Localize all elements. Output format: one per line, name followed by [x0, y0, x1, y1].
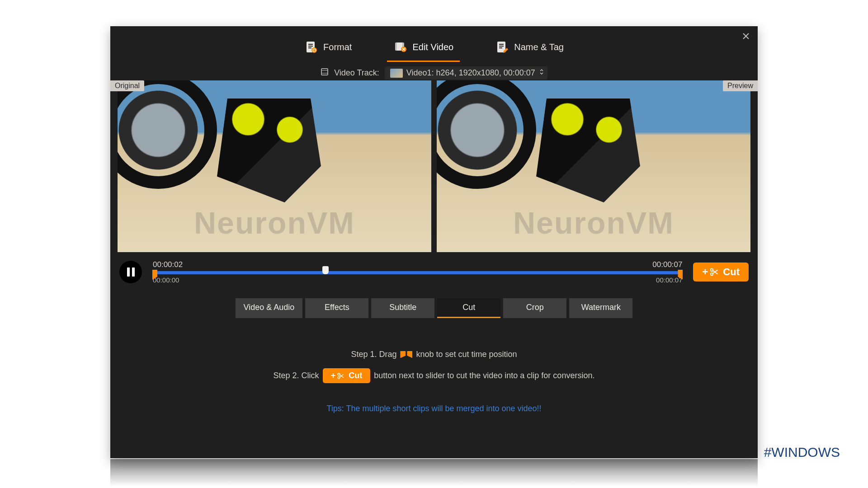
range-start-label: 00:00:00 — [153, 276, 179, 284]
cut-button-inline: + Cut — [323, 368, 371, 383]
video-track-bar: Video Track: Video1: h264, 1920x1080, 00… — [110, 66, 758, 80]
watermark-text: NeuronVM — [194, 205, 355, 240]
video-track-select[interactable]: Video1: h264, 1920x1080, 00:00:07 — [385, 66, 547, 80]
subtab-subtitle[interactable]: Subtitle — [371, 298, 434, 318]
cut-button-inline-label: Cut — [349, 371, 362, 380]
tab-format-label: Format — [323, 42, 352, 52]
filmstrip-icon — [321, 68, 329, 78]
tab-edit-video[interactable]: Edit Video — [387, 35, 460, 62]
track-thumbnail — [390, 69, 403, 78]
timeline-track[interactable] — [153, 271, 682, 274]
timeline[interactable]: 00:00:02 00:00:07 00:00:00 00:00:07 — [150, 260, 685, 284]
timeline-total: 00:00:07 — [652, 260, 682, 269]
edit-video-icon — [393, 40, 408, 54]
video-track-label: Video Track: — [334, 68, 379, 78]
window-reflection — [110, 459, 758, 486]
subtab-watermark[interactable]: Watermark — [569, 298, 632, 318]
step2-text-a: Step 2. Click — [274, 371, 319, 380]
cut-button[interactable]: + Cut — [693, 263, 749, 282]
step1-text-b: knob to set cut time position — [416, 350, 517, 359]
original-preview: NeuronVM — [118, 80, 431, 252]
video-track-selected: Video1: h264, 1920x1080, 00:00:07 — [406, 68, 535, 78]
hashtag-overlay: #WINDOWS — [764, 445, 840, 460]
cut-button-label: Cut — [723, 266, 740, 278]
close-button[interactable] — [741, 31, 751, 42]
svg-rect-3 — [395, 42, 397, 51]
pause-button[interactable] — [119, 261, 142, 283]
watermark-text: NeuronVM — [513, 205, 674, 240]
edit-sub-tabs: Video & Audio Effects Subtitle Cut Crop … — [110, 298, 758, 318]
tab-name-tag-label: Name & Tag — [514, 42, 564, 52]
timeline-row: 00:00:02 00:00:07 00:00:00 00:00:07 + Cu… — [110, 252, 758, 284]
cut-instructions: Step 1. Drag knob to set cut time positi… — [110, 350, 758, 383]
playhead[interactable] — [322, 266, 329, 274]
cut-icon: + — [702, 266, 719, 278]
tab-name-tag[interactable]: Name & Tag — [489, 35, 570, 62]
subtab-crop[interactable]: Crop — [503, 298, 566, 318]
cut-icon: + — [331, 371, 345, 380]
step2-text-b: button next to slider to cut the video i… — [374, 371, 594, 380]
preview-badge: Preview — [723, 80, 758, 91]
tips-text: Tips: The multiple short clips will be m… — [110, 404, 758, 413]
timeline-current: 00:00:02 — [153, 260, 183, 269]
pause-icon — [127, 267, 135, 277]
svg-rect-7 — [321, 69, 328, 75]
main-tabs: Format Edit Video Name & Tag — [110, 26, 758, 62]
original-badge: Original — [110, 80, 144, 91]
subtab-video-audio[interactable]: Video & Audio — [236, 298, 303, 318]
tab-format[interactable]: Format — [298, 35, 358, 62]
output-preview: NeuronVM — [437, 80, 750, 252]
chevron-updown-icon — [539, 68, 544, 78]
subtab-effects[interactable]: Effects — [305, 298, 368, 318]
tab-edit-video-label: Edit Video — [412, 42, 453, 52]
format-icon — [304, 40, 319, 54]
range-end-label: 00:00:07 — [656, 276, 682, 284]
video-editor-window: Format Edit Video Name & Tag Video Track… — [110, 26, 758, 458]
subtab-cut[interactable]: Cut — [437, 298, 500, 318]
name-tag-icon — [495, 40, 509, 54]
knob-pair-icon — [400, 351, 412, 358]
preview-panes: NeuronVM NeuronVM — [110, 80, 758, 252]
step1-text-a: Step 1. Drag — [351, 350, 396, 359]
